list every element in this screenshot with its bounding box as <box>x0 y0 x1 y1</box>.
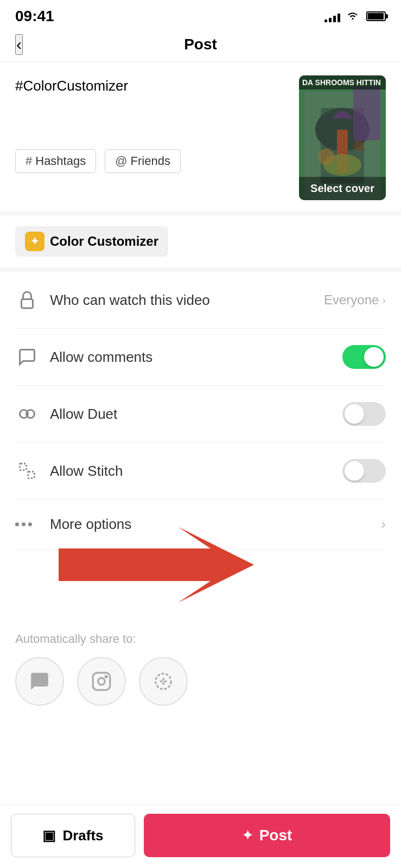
svg-rect-15 <box>93 673 110 690</box>
page-title: Post <box>184 36 217 53</box>
instagram-share-button[interactable] <box>77 657 126 706</box>
status-bar: 09:41 <box>0 0 401 30</box>
who-can-watch-label: Who can watch this video <box>50 292 313 309</box>
svg-rect-9 <box>22 299 33 309</box>
drafts-label: Drafts <box>62 827 103 844</box>
feature-section: ✦ Color Customizer <box>0 215 401 272</box>
friends-button[interactable]: @ Friends <box>105 149 181 173</box>
lock-icon <box>15 288 39 312</box>
status-time: 09:41 <box>15 8 54 25</box>
select-cover-label[interactable]: Select cover <box>299 177 386 200</box>
hashtag-icon: # <box>26 154 32 168</box>
caption-area: #ColorCustomizer # Hashtags @ Friends <box>15 75 288 173</box>
drafts-button[interactable]: ▣ Drafts <box>11 814 135 857</box>
duet-icon <box>15 402 39 426</box>
at-icon: @ <box>115 154 127 168</box>
who-can-watch-row[interactable]: Who can watch this video Everyone › <box>15 272 386 329</box>
feature-badge-label: Color Customizer <box>50 234 158 249</box>
allow-comments-toggle[interactable] <box>342 345 386 369</box>
svg-marker-14 <box>59 527 254 603</box>
allow-comments-label: Allow comments <box>50 349 332 366</box>
hashtags-button[interactable]: # Hashtags <box>15 149 96 173</box>
header: ‹ Post <box>0 30 401 62</box>
settings-section: Who can watch this video Everyone › Allo… <box>0 272 401 550</box>
caption-text[interactable]: #ColorCustomizer <box>15 75 288 141</box>
feature-badge[interactable]: ✦ Color Customizer <box>15 226 168 257</box>
main-content: #ColorCustomizer # Hashtags @ Friends <box>0 62 401 717</box>
red-arrow-annotation <box>59 521 254 610</box>
post-button[interactable]: ✦ Post <box>144 814 390 857</box>
post-icon: ✦ <box>242 828 253 843</box>
tag-buttons: # Hashtags @ Friends <box>15 149 288 173</box>
feature-badge-icon: ✦ <box>25 232 44 251</box>
svg-rect-12 <box>20 464 27 470</box>
stitch-icon <box>15 459 39 483</box>
who-can-watch-selection: Everyone <box>324 292 379 308</box>
hashtags-label: Hashtags <box>35 154 86 168</box>
share-section: Automatically share to: <box>0 615 401 717</box>
post-input-section: #ColorCustomizer # Hashtags @ Friends <box>0 62 401 215</box>
allow-stitch-row: Allow Stitch <box>15 443 386 500</box>
messages-share-button[interactable] <box>15 657 64 706</box>
back-button[interactable]: ‹ <box>15 34 23 55</box>
svg-point-18 <box>156 674 171 690</box>
toggle-knob-duet <box>345 404 364 424</box>
comment-icon <box>15 345 39 369</box>
share-icons-row <box>15 657 386 706</box>
battery-icon <box>366 11 386 21</box>
thumbnail-top-label: DA SHROOMS HITTIN <box>299 75 386 90</box>
wifi-icon <box>346 9 360 23</box>
allow-stitch-label: Allow Stitch <box>50 463 332 480</box>
toggle-knob-stitch <box>345 461 364 481</box>
allow-duet-label: Allow Duet <box>50 406 332 423</box>
svg-point-16 <box>98 678 105 685</box>
post-label: Post <box>259 827 292 844</box>
allow-stitch-toggle[interactable] <box>342 459 386 483</box>
svg-point-7 <box>318 149 334 165</box>
drafts-icon: ▣ <box>42 827 56 844</box>
allow-duet-toggle[interactable] <box>342 402 386 426</box>
who-can-watch-value: Everyone › <box>324 292 386 308</box>
status-icons <box>324 9 386 23</box>
chevron-right-icon: › <box>382 294 386 307</box>
more-options-chevron: › <box>381 516 386 533</box>
add-share-button[interactable] <box>139 657 188 706</box>
video-thumbnail[interactable]: DA SHROOMS HITTIN Select cover <box>299 75 386 200</box>
svg-point-8 <box>353 141 364 151</box>
allow-comments-row: Allow comments <box>15 329 386 386</box>
friends-label: Friends <box>131 154 170 168</box>
more-options-row[interactable]: More options › <box>15 500 386 550</box>
more-dots-icon <box>15 522 39 526</box>
svg-point-17 <box>105 676 107 678</box>
svg-rect-13 <box>28 472 35 478</box>
bottom-buttons: ▣ Drafts ✦ Post <box>0 805 401 868</box>
allow-duet-row: Allow Duet <box>15 386 386 443</box>
toggle-knob <box>364 347 384 367</box>
share-label: Automatically share to: <box>15 632 386 646</box>
more-options-label: More options <box>50 516 370 533</box>
signal-icon <box>324 10 340 22</box>
svg-rect-6 <box>353 86 380 141</box>
